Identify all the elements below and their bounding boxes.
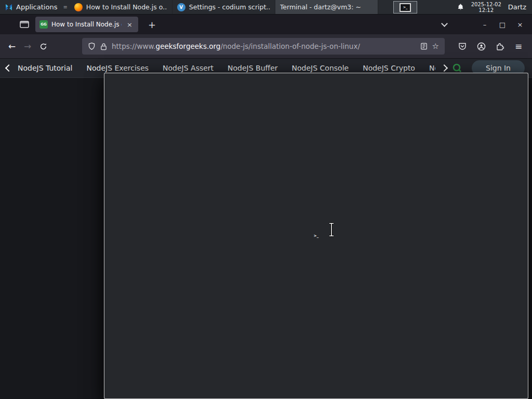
url-domain: geeksforgeeks.org <box>156 42 221 50</box>
panel-status-area: 2025-12-02 12:12 Dartz <box>457 2 532 13</box>
site-nav-items: NodeJS TutorialNodeJS ExercisesNodeJS As… <box>18 64 435 72</box>
panel-window-title: Terminal - dartz@vm3: ~ <box>280 3 361 11</box>
firefox-icon <box>74 3 83 11</box>
forward-button[interactable]: → <box>20 38 35 54</box>
nav-item-4[interactable]: NodeJS Console <box>292 64 349 72</box>
panel-window-title: Settings - codium script... <box>189 3 270 11</box>
geeksforgeeks-favicon: GG <box>39 20 48 29</box>
nav-item-5[interactable]: NodeJS Crypto <box>363 64 415 72</box>
panel-window-button-firefox[interactable]: How to Install Node.js o... <box>70 0 172 14</box>
user-menu[interactable]: Dartz <box>508 3 526 11</box>
window-minimize-button[interactable]: – <box>476 18 494 31</box>
panel-window-button-vscodium[interactable]: VSettings - codium script... <box>172 0 275 14</box>
nav-item-2[interactable]: NodeJS Assert <box>163 64 214 72</box>
browser-tab[interactable]: GG How to Install Node.js on × <box>35 17 138 32</box>
url-path: /node-js/installation-of-node-js-on-linu… <box>220 42 360 50</box>
reload-button[interactable] <box>35 38 51 54</box>
new-tab-button[interactable]: + <box>144 19 159 30</box>
firefox-view-button[interactable] <box>17 18 32 31</box>
clock-date: 2025-12-02 <box>471 2 501 7</box>
terminal-icon: >_ <box>400 3 411 12</box>
tab-close-button[interactable]: × <box>125 20 134 29</box>
applications-icon <box>5 3 13 11</box>
nav-scroll-right-icon[interactable] <box>442 65 447 71</box>
clock[interactable]: 2025-12-02 12:12 <box>471 2 501 13</box>
account-icon[interactable] <box>474 39 488 54</box>
applications-menu-button[interactable]: Applications <box>0 0 62 14</box>
nav-item-6[interactable]: NodeJS DNS <box>429 64 435 72</box>
panel-window-button-terminal[interactable]: >_Terminal - dartz@vm3: ~ <box>275 0 378 14</box>
top-panel: Applications ≡ How to Install Node.js o.… <box>0 0 532 15</box>
window-close-button[interactable]: × <box>511 18 529 31</box>
reload-icon <box>39 43 47 50</box>
firefox-view-icon <box>20 20 29 29</box>
clock-time: 12:12 <box>471 7 501 13</box>
url-text: https://www.geeksforgeeks.org/node-js/in… <box>112 42 360 50</box>
panel-window-title: How to Install Node.js o... <box>86 3 167 11</box>
nav-item-0[interactable]: NodeJS Tutorial <box>18 64 72 72</box>
menu-hamburger-icon[interactable]: ≡ <box>511 39 526 54</box>
chevron-down-icon <box>441 20 448 27</box>
tab-bar: GG How to Install Node.js on × + – □ × <box>0 15 532 34</box>
panel-window-buttons: How to Install Node.js o...VSettings - c… <box>70 0 378 14</box>
desktop: Applications ≡ How to Install Node.js o.… <box>0 0 532 399</box>
text-cursor <box>328 222 335 237</box>
lock-icon <box>100 43 107 50</box>
tab-title: How to Install Node.js on <box>51 21 122 28</box>
vscodium-icon: V <box>177 3 185 11</box>
nav-scroll-left-icon[interactable] <box>6 65 11 71</box>
search-icon[interactable] <box>452 63 462 73</box>
workspace-switcher[interactable]: >_ <box>393 1 417 14</box>
back-button[interactable]: ← <box>4 38 20 54</box>
panel-handle: ≡ <box>63 4 67 10</box>
bookmark-star-icon[interactable]: ☆ <box>432 42 439 51</box>
window-maximize-button[interactable]: □ <box>494 18 511 31</box>
list-all-tabs-button[interactable] <box>435 18 453 31</box>
tracking-shield-icon <box>88 42 96 50</box>
terminal-icon: >_ <box>104 73 528 399</box>
reader-mode-icon[interactable] <box>420 43 428 50</box>
nav-item-3[interactable]: NodeJS Buffer <box>228 64 278 72</box>
applications-label: Applications <box>16 3 57 11</box>
url-bar[interactable]: https://www.geeksforgeeks.org/node-js/in… <box>82 38 445 55</box>
nav-item-1[interactable]: NodeJS Exercises <box>86 64 149 72</box>
pocket-icon[interactable] <box>455 39 470 54</box>
extensions-icon[interactable] <box>493 39 507 54</box>
notifications-bell-icon[interactable] <box>457 3 464 11</box>
navigation-toolbar: ← → https://www.geeksforgeeks.org/node-j… <box>0 34 532 59</box>
url-scheme: https://www. <box>112 42 156 50</box>
